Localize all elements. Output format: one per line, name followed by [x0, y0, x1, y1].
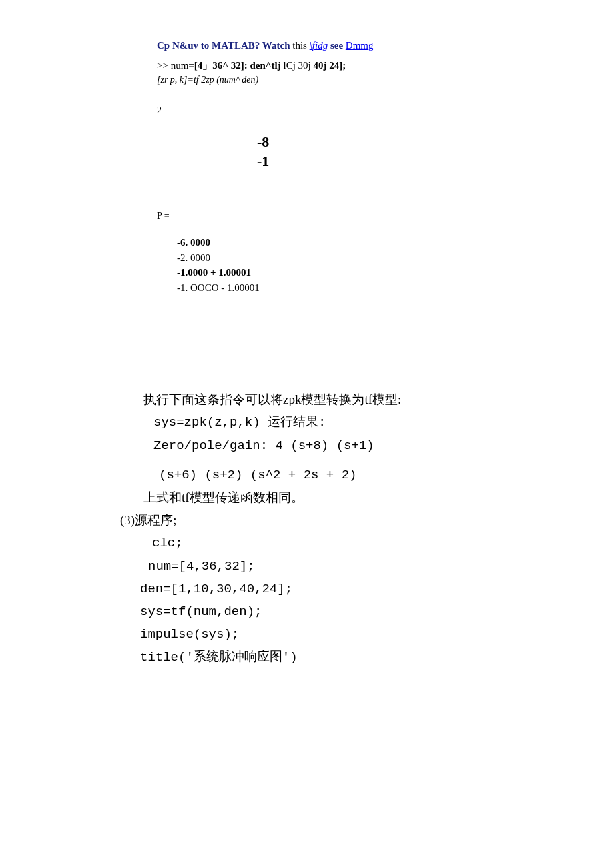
code-line-3: (s+6) (s+2) (s^2 + 2s + 2): [159, 464, 494, 486]
command-line-1: >> num=[4」36^ 32]: den^tlj lCj 30j 40j 2…: [157, 59, 494, 72]
command-line-2: [zr p, k]=tf 2zp (num^ den): [157, 75, 494, 85]
video-link[interactable]: \fidg: [310, 40, 328, 51]
z-value-2: -1: [257, 152, 494, 171]
code-line-8: impulse(sys);: [140, 623, 494, 646]
desc-line-2: 上式和tf模型传递函数相同。: [143, 486, 494, 509]
cmd1-mid: lCj 30j: [281, 60, 314, 71]
z-value-1: -8: [257, 133, 494, 152]
cmd1-bold2: 40j 24];: [313, 60, 346, 71]
code-line-1: sys=zpk(z,p,k) 运行结果:: [154, 411, 494, 434]
code-line-6: den=[1,10,30,40,24];: [140, 578, 494, 600]
p-value-2: -2. 0000: [177, 250, 494, 266]
code-line-2: Zero/pole/gain: 4 (s+8) (s+1): [154, 434, 494, 457]
section-label: (3)源程序;: [120, 509, 494, 532]
p-value-3: -1.0000 + 1.00001: [177, 265, 494, 280]
p-label: P =: [157, 211, 494, 222]
p-values: -6. 0000 -2. 0000 -1.0000 + 1.00001 -1. …: [177, 235, 494, 295]
matlab-banner: Cp N&uv to MATLAB? Watch this \fidg see …: [157, 40, 494, 51]
watch-text: this: [292, 40, 307, 51]
z-label: 2 =: [157, 105, 494, 116]
p-value-4: -1. OOCO - 1.00001: [177, 280, 494, 296]
code-line-5: num=[4,36,32];: [148, 555, 494, 578]
cmd1-bold1: [4」36^ 32]: den^tlj: [194, 60, 281, 71]
navuv-text: N&uv to MATLAB? Watch: [172, 40, 290, 51]
z-values: -8 -1: [257, 133, 494, 171]
code-line-7: sys=tf(num,den);: [140, 600, 494, 623]
see-text: see: [330, 40, 343, 51]
code-line-4: clc;: [152, 532, 494, 554]
code-line-9: title('系统脉冲响应图'): [140, 646, 494, 669]
demo-link[interactable]: Dmmg: [346, 40, 374, 51]
cmd1-prefix: >> num=: [157, 60, 194, 71]
p-value-1: -6. 0000: [177, 235, 494, 250]
cp-text: Cp: [157, 40, 170, 51]
desc-line-1: 执行下面这条指令可以将zpk模型转换为tf模型:: [143, 388, 494, 411]
